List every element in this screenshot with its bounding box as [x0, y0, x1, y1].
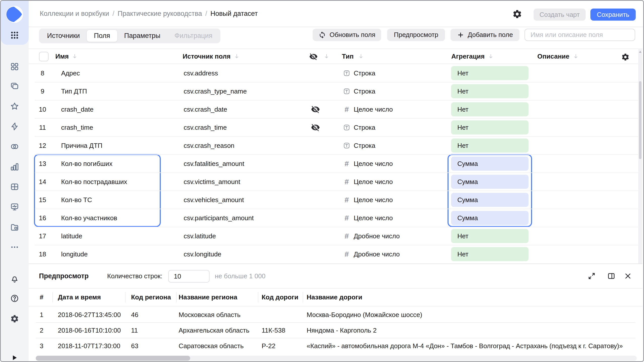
sort-arrow-icon[interactable] [573, 53, 579, 60]
ellipsis-icon[interactable] [9, 241, 21, 253]
field-aggregation-select[interactable]: Сумма [451, 193, 529, 207]
field-type-select[interactable]: #Дробное число [343, 245, 400, 263]
field-aggregation-select[interactable]: Сумма [451, 157, 529, 171]
field-row[interactable]: 8Адресcsv.addressСтрокаНет [29, 64, 642, 82]
close-preview-icon[interactable] [624, 272, 632, 280]
save-button[interactable]: Сохранить [590, 9, 636, 21]
scroll-up-arrow-icon[interactable] [639, 51, 641, 53]
monitor-pulse-icon[interactable] [9, 201, 21, 213]
play-icon[interactable] [11, 352, 21, 362]
preview-cell: Москва-Бородино (Можайское шоссе) [307, 307, 422, 323]
field-type-select[interactable]: #Дробное число [343, 227, 400, 245]
tab-parameters[interactable]: Параметры [117, 28, 168, 43]
breadcrumb-guides[interactable]: Практические руководства [117, 10, 202, 18]
field-row[interactable]: 13Кол-во погибшихcsv.fatalities_amount#Ц… [29, 155, 642, 173]
field-aggregation-select[interactable]: Нет [451, 66, 529, 80]
vertical-scrollbar-thumb[interactable] [639, 81, 641, 159]
field-type-select[interactable]: Строка [343, 82, 375, 100]
field-aggregation-select[interactable]: Нет [451, 247, 529, 261]
horizontal-scrollbar-thumb[interactable] [36, 356, 190, 361]
refresh-fields-label: Обновить поля [330, 31, 375, 39]
field-aggregation-select[interactable]: Нет [451, 84, 529, 98]
field-row-number: 10 [36, 100, 49, 118]
field-aggregation-select[interactable]: Нет [451, 120, 529, 134]
create-chart-button[interactable]: Создать чарт [534, 9, 586, 21]
string-type-icon [343, 87, 350, 95]
row-count-hint: не больше 1 000 [215, 264, 265, 288]
sort-arrow-icon[interactable] [488, 53, 494, 60]
preview-column-datetime: Дата и время [58, 289, 101, 306]
datalens-logo[interactable] [6, 5, 24, 23]
overlapping-circles-icon[interactable] [9, 141, 21, 153]
field-row[interactable]: 11crash_timecsv.crash_timeСтрокаНет [29, 118, 642, 137]
hidden-column-eye-off-icon[interactable] [309, 52, 318, 62]
field-row[interactable]: 16Кол-во участниковcsv.participants_amou… [29, 209, 642, 227]
field-type-select[interactable]: #Целое число [343, 100, 393, 118]
field-type-select[interactable]: #Целое число [343, 155, 393, 173]
table-settings-gear-icon[interactable] [621, 53, 630, 62]
field-aggregation-select[interactable]: Сумма [451, 175, 529, 189]
column-header-name[interactable]: Имя [55, 49, 69, 64]
expand-preview-icon[interactable] [587, 272, 596, 280]
field-type-select[interactable]: #Целое число [343, 209, 393, 227]
column-header-type[interactable]: Тип [342, 49, 354, 64]
field-row[interactable]: 15Кол-во ТСcsv.vehicles_amount#Целое чис… [29, 191, 642, 209]
row-count-input[interactable] [168, 270, 210, 283]
folder-box-icon[interactable] [9, 221, 21, 233]
column-header-aggregation[interactable]: Агрегация [451, 49, 485, 64]
field-type-select[interactable]: #Целое число [343, 191, 393, 209]
field-row[interactable]: 17latitudecsv.latitude#Дробное числоНет [29, 227, 642, 245]
horizontal-scrollbar[interactable] [36, 356, 637, 361]
select-all-checkbox[interactable] [39, 52, 49, 61]
sort-arrow-icon[interactable] [233, 53, 240, 60]
field-type-label: Строка [354, 124, 375, 131]
field-row[interactable]: 14Кол-во пострадавшихcsv.victims_amount#… [29, 173, 642, 191]
field-row-number: 14 [36, 173, 49, 191]
tab-filtering[interactable]: Фильтрация [168, 28, 220, 43]
field-aggregation-select[interactable]: Нет [451, 229, 529, 243]
table-grid-icon[interactable] [9, 181, 21, 193]
star-icon[interactable] [9, 100, 21, 112]
sort-arrow-icon[interactable] [71, 53, 78, 60]
breadcrumb-collections[interactable]: Коллекции и воркбуки [40, 10, 109, 18]
field-type-select[interactable]: Строка [343, 137, 375, 155]
stacked-folders-icon[interactable] [9, 80, 21, 92]
question-circle-icon[interactable] [9, 292, 21, 304]
field-aggregation-select[interactable]: Сумма [451, 211, 529, 225]
field-row[interactable]: 18longitudecsv.longitude#Дробное числоНе… [29, 245, 642, 263]
tab-fields[interactable]: Поля [87, 30, 117, 42]
field-row[interactable]: 10crash_datecsv.crash_date#Целое числоНе… [29, 100, 642, 118]
tab-sources[interactable]: Источники [40, 28, 87, 43]
preview-cell: 2018-06-27T13:45:00 [58, 307, 121, 323]
sort-arrow-icon[interactable] [323, 53, 330, 60]
field-type-select[interactable]: #Целое число [343, 173, 393, 191]
squares-grid-icon[interactable] [9, 61, 21, 73]
field-search-input[interactable] [525, 29, 635, 41]
vertical-scrollbar[interactable] [638, 49, 642, 263]
field-type-select[interactable]: Строка [343, 118, 375, 137]
field-row[interactable]: 12Причина ДТПcsv.crash_reasonСтрокаНет [29, 137, 642, 155]
field-row[interactable]: 9Тип ДТПcsv.crash_type_nameСтрокаНет [29, 82, 642, 100]
field-aggregation-select[interactable]: Нет [451, 102, 529, 116]
settings-gear-icon[interactable] [9, 313, 21, 325]
field-row-number: 12 [36, 137, 49, 155]
field-aggregation-select[interactable]: Нет [451, 139, 529, 153]
field-source: csv.participants_amount [184, 209, 254, 227]
bell-icon[interactable] [9, 273, 21, 285]
lightning-icon[interactable] [9, 120, 21, 132]
add-field-button[interactable]: Добавить поле [451, 29, 519, 41]
sort-arrow-icon[interactable] [358, 53, 364, 60]
preview-toggle-button[interactable]: Предпросмотр [387, 29, 445, 41]
field-type-label: Дробное число [354, 232, 400, 240]
field-hidden-eye-off-icon[interactable] [311, 100, 320, 118]
field-hidden-eye-off-icon[interactable] [311, 118, 320, 137]
refresh-fields-button[interactable]: Обновить поля [313, 29, 381, 41]
bar-chart-icon[interactable] [9, 161, 21, 173]
column-header-description[interactable]: Описание [537, 49, 569, 64]
apps-grid-icon[interactable] [9, 29, 21, 41]
field-type-select[interactable]: Строка [343, 64, 375, 82]
preview-column-region-code: Код региона [131, 289, 171, 306]
dataset-settings-gear-icon[interactable] [512, 9, 522, 19]
column-header-source[interactable]: Источник поля [183, 49, 230, 64]
split-view-icon[interactable] [607, 272, 616, 280]
